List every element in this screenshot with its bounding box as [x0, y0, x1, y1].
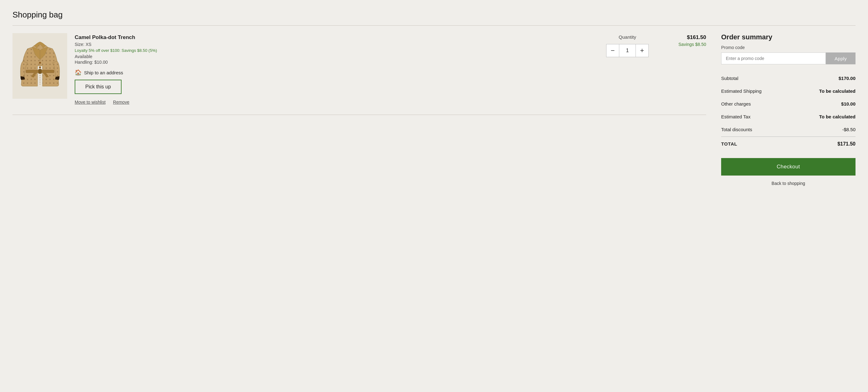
- discounts-value: -$8.50: [842, 127, 856, 132]
- promo-code-input[interactable]: [721, 53, 826, 64]
- subtotal-value: $170.00: [839, 75, 856, 81]
- item-details: Camel Polka-dot Trench Size: XS Loyalty …: [75, 33, 595, 105]
- item-savings: Savings $8.50: [662, 42, 706, 47]
- svg-point-4: [39, 62, 41, 64]
- quantity-label: Quantity: [619, 34, 636, 40]
- ship-label: Ship to an address: [84, 70, 123, 75]
- trench-coat-illustration: [18, 36, 62, 96]
- quantity-value: 1: [619, 44, 636, 57]
- total-value: $171.50: [837, 141, 856, 147]
- total-label: TOTAL: [721, 141, 737, 146]
- item-available: Available: [75, 54, 595, 59]
- checkout-button[interactable]: Checkout: [721, 158, 856, 175]
- item-handling: Handling: $10.00: [75, 60, 595, 65]
- tax-value: To be calculated: [819, 114, 856, 119]
- cart-section: Camel Polka-dot Trench Size: XS Loyalty …: [12, 33, 706, 115]
- order-summary: Order summary Promo code Apply Subtotal …: [721, 33, 856, 186]
- remove-button[interactable]: Remove: [113, 100, 129, 105]
- price-section: $161.50 Savings $8.50: [662, 34, 706, 47]
- promo-row: Apply: [721, 53, 856, 64]
- ship-row: 🏠 Ship to an address: [75, 69, 595, 76]
- back-shopping-wrap: Back to shopping: [721, 181, 856, 186]
- promo-label: Promo code: [721, 45, 856, 50]
- item-name: Camel Polka-dot Trench: [75, 34, 595, 41]
- summary-row-total: TOTAL $171.50: [721, 136, 856, 151]
- item-loyalty: Loyalty 5% off over $100: Savings $8.50 …: [75, 48, 595, 53]
- apply-button[interactable]: Apply: [826, 53, 856, 64]
- summary-row-discounts: Total discounts -$8.50: [721, 123, 856, 136]
- pickup-button[interactable]: Pick this up: [75, 80, 122, 94]
- summary-row-tax: Estimated Tax To be calculated: [721, 110, 856, 123]
- subtotal-label: Subtotal: [721, 75, 738, 81]
- other-charges-label: Other charges: [721, 101, 751, 106]
- tax-label: Estimated Tax: [721, 114, 750, 119]
- svg-point-5: [39, 67, 41, 68]
- top-divider: [12, 25, 856, 26]
- shipping-label: Estimated Shipping: [721, 88, 762, 94]
- cart-item: Camel Polka-dot Trench Size: XS Loyalty …: [12, 33, 706, 112]
- main-layout: Camel Polka-dot Trench Size: XS Loyalty …: [12, 33, 856, 186]
- quantity-section: Quantity − 1 +: [602, 34, 652, 57]
- cart-bottom-divider: [12, 115, 706, 115]
- order-summary-title: Order summary: [721, 33, 856, 41]
- quantity-control: − 1 +: [606, 44, 649, 57]
- summary-rows: Subtotal $170.00 Estimated Shipping To b…: [721, 72, 856, 136]
- move-to-wishlist-button[interactable]: Move to wishlist: [75, 100, 105, 105]
- summary-row-other: Other charges $10.00: [721, 97, 856, 110]
- discounts-label: Total discounts: [721, 127, 752, 132]
- item-image: [12, 33, 67, 99]
- other-charges-value: $10.00: [841, 101, 856, 106]
- page-title: Shopping bag: [12, 10, 856, 20]
- item-size: Size: XS: [75, 42, 595, 47]
- quantity-decrease-button[interactable]: −: [606, 44, 619, 57]
- quantity-increase-button[interactable]: +: [636, 44, 649, 57]
- shipping-value: To be calculated: [819, 88, 856, 94]
- summary-row-shipping: Estimated Shipping To be calculated: [721, 85, 856, 97]
- item-price: $161.50: [662, 34, 706, 41]
- summary-row-subtotal: Subtotal $170.00: [721, 72, 856, 85]
- item-actions: Move to wishlist Remove: [75, 100, 595, 105]
- ship-icon: 🏠: [75, 69, 82, 76]
- back-to-shopping-link[interactable]: Back to shopping: [771, 181, 805, 186]
